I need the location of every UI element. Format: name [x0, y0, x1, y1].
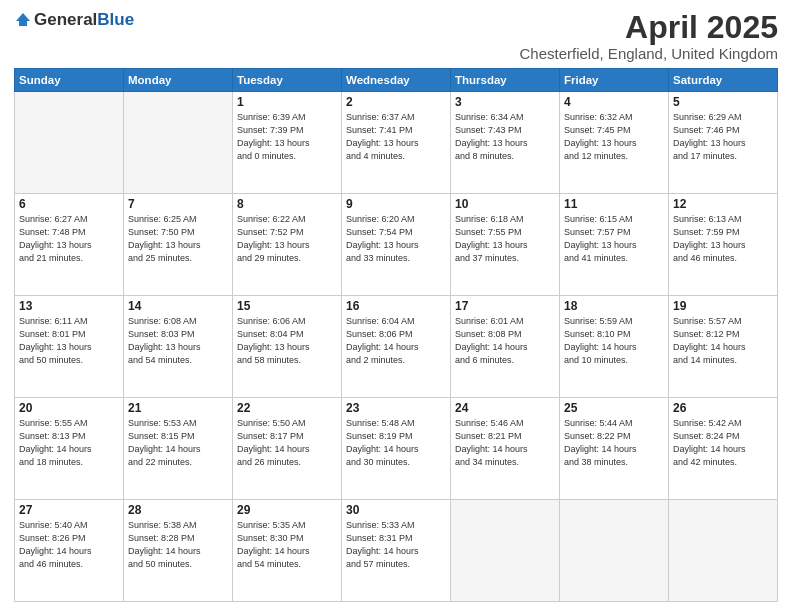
day-number: 21 [128, 401, 228, 415]
calendar-cell: 30Sunrise: 5:33 AM Sunset: 8:31 PM Dayli… [342, 500, 451, 602]
day-number: 22 [237, 401, 337, 415]
calendar-week-3: 13Sunrise: 6:11 AM Sunset: 8:01 PM Dayli… [15, 296, 778, 398]
calendar-cell: 7Sunrise: 6:25 AM Sunset: 7:50 PM Daylig… [124, 194, 233, 296]
calendar-cell: 26Sunrise: 5:42 AM Sunset: 8:24 PM Dayli… [669, 398, 778, 500]
calendar-cell: 10Sunrise: 6:18 AM Sunset: 7:55 PM Dayli… [451, 194, 560, 296]
day-number: 6 [19, 197, 119, 211]
day-info: Sunrise: 5:59 AM Sunset: 8:10 PM Dayligh… [564, 315, 664, 367]
logo: GeneralBlue [14, 10, 134, 30]
calendar-cell: 25Sunrise: 5:44 AM Sunset: 8:22 PM Dayli… [560, 398, 669, 500]
day-info: Sunrise: 5:44 AM Sunset: 8:22 PM Dayligh… [564, 417, 664, 469]
day-info: Sunrise: 5:33 AM Sunset: 8:31 PM Dayligh… [346, 519, 446, 571]
day-number: 7 [128, 197, 228, 211]
calendar-cell: 9Sunrise: 6:20 AM Sunset: 7:54 PM Daylig… [342, 194, 451, 296]
calendar-week-4: 20Sunrise: 5:55 AM Sunset: 8:13 PM Dayli… [15, 398, 778, 500]
day-number: 26 [673, 401, 773, 415]
calendar-week-2: 6Sunrise: 6:27 AM Sunset: 7:48 PM Daylig… [15, 194, 778, 296]
title-location: Chesterfield, England, United Kingdom [520, 45, 779, 62]
calendar-cell: 12Sunrise: 6:13 AM Sunset: 7:59 PM Dayli… [669, 194, 778, 296]
calendar-cell: 28Sunrise: 5:38 AM Sunset: 8:28 PM Dayli… [124, 500, 233, 602]
day-info: Sunrise: 6:37 AM Sunset: 7:41 PM Dayligh… [346, 111, 446, 163]
day-number: 3 [455, 95, 555, 109]
day-number: 5 [673, 95, 773, 109]
day-info: Sunrise: 6:27 AM Sunset: 7:48 PM Dayligh… [19, 213, 119, 265]
day-number: 8 [237, 197, 337, 211]
calendar-cell: 19Sunrise: 5:57 AM Sunset: 8:12 PM Dayli… [669, 296, 778, 398]
calendar-header-row: Sunday Monday Tuesday Wednesday Thursday… [15, 69, 778, 92]
calendar-cell: 22Sunrise: 5:50 AM Sunset: 8:17 PM Dayli… [233, 398, 342, 500]
calendar-cell: 24Sunrise: 5:46 AM Sunset: 8:21 PM Dayli… [451, 398, 560, 500]
calendar-cell [124, 92, 233, 194]
day-info: Sunrise: 6:11 AM Sunset: 8:01 PM Dayligh… [19, 315, 119, 367]
calendar-cell: 15Sunrise: 6:06 AM Sunset: 8:04 PM Dayli… [233, 296, 342, 398]
day-number: 1 [237, 95, 337, 109]
day-number: 29 [237, 503, 337, 517]
calendar-cell: 27Sunrise: 5:40 AM Sunset: 8:26 PM Dayli… [15, 500, 124, 602]
day-number: 25 [564, 401, 664, 415]
day-number: 24 [455, 401, 555, 415]
calendar-cell: 20Sunrise: 5:55 AM Sunset: 8:13 PM Dayli… [15, 398, 124, 500]
logo-blue: Blue [97, 10, 134, 29]
svg-rect-1 [19, 21, 27, 26]
calendar-cell: 1Sunrise: 6:39 AM Sunset: 7:39 PM Daylig… [233, 92, 342, 194]
calendar-cell: 4Sunrise: 6:32 AM Sunset: 7:45 PM Daylig… [560, 92, 669, 194]
day-number: 12 [673, 197, 773, 211]
day-info: Sunrise: 5:53 AM Sunset: 8:15 PM Dayligh… [128, 417, 228, 469]
day-info: Sunrise: 5:48 AM Sunset: 8:19 PM Dayligh… [346, 417, 446, 469]
calendar-cell: 8Sunrise: 6:22 AM Sunset: 7:52 PM Daylig… [233, 194, 342, 296]
calendar-week-5: 27Sunrise: 5:40 AM Sunset: 8:26 PM Dayli… [15, 500, 778, 602]
calendar-cell: 18Sunrise: 5:59 AM Sunset: 8:10 PM Dayli… [560, 296, 669, 398]
day-info: Sunrise: 6:15 AM Sunset: 7:57 PM Dayligh… [564, 213, 664, 265]
header: GeneralBlue April 2025 Chesterfield, Eng… [14, 10, 778, 62]
calendar-cell: 16Sunrise: 6:04 AM Sunset: 8:06 PM Dayli… [342, 296, 451, 398]
calendar-cell: 21Sunrise: 5:53 AM Sunset: 8:15 PM Dayli… [124, 398, 233, 500]
calendar-week-1: 1Sunrise: 6:39 AM Sunset: 7:39 PM Daylig… [15, 92, 778, 194]
col-saturday: Saturday [669, 69, 778, 92]
day-info: Sunrise: 5:38 AM Sunset: 8:28 PM Dayligh… [128, 519, 228, 571]
day-info: Sunrise: 6:06 AM Sunset: 8:04 PM Dayligh… [237, 315, 337, 367]
day-number: 15 [237, 299, 337, 313]
day-number: 20 [19, 401, 119, 415]
svg-marker-0 [16, 13, 30, 21]
day-number: 9 [346, 197, 446, 211]
day-info: Sunrise: 6:04 AM Sunset: 8:06 PM Dayligh… [346, 315, 446, 367]
calendar-cell: 11Sunrise: 6:15 AM Sunset: 7:57 PM Dayli… [560, 194, 669, 296]
day-info: Sunrise: 5:46 AM Sunset: 8:21 PM Dayligh… [455, 417, 555, 469]
day-number: 14 [128, 299, 228, 313]
col-monday: Monday [124, 69, 233, 92]
day-info: Sunrise: 6:18 AM Sunset: 7:55 PM Dayligh… [455, 213, 555, 265]
day-number: 30 [346, 503, 446, 517]
day-number: 27 [19, 503, 119, 517]
day-number: 28 [128, 503, 228, 517]
day-info: Sunrise: 5:42 AM Sunset: 8:24 PM Dayligh… [673, 417, 773, 469]
calendar-cell [669, 500, 778, 602]
day-info: Sunrise: 6:29 AM Sunset: 7:46 PM Dayligh… [673, 111, 773, 163]
day-info: Sunrise: 6:01 AM Sunset: 8:08 PM Dayligh… [455, 315, 555, 367]
day-number: 4 [564, 95, 664, 109]
day-number: 13 [19, 299, 119, 313]
day-number: 16 [346, 299, 446, 313]
calendar-cell: 6Sunrise: 6:27 AM Sunset: 7:48 PM Daylig… [15, 194, 124, 296]
calendar-cell: 23Sunrise: 5:48 AM Sunset: 8:19 PM Dayli… [342, 398, 451, 500]
calendar-cell: 17Sunrise: 6:01 AM Sunset: 8:08 PM Dayli… [451, 296, 560, 398]
calendar-cell [451, 500, 560, 602]
calendar-cell [560, 500, 669, 602]
day-number: 23 [346, 401, 446, 415]
day-info: Sunrise: 6:08 AM Sunset: 8:03 PM Dayligh… [128, 315, 228, 367]
calendar-cell: 2Sunrise: 6:37 AM Sunset: 7:41 PM Daylig… [342, 92, 451, 194]
col-sunday: Sunday [15, 69, 124, 92]
title-block: April 2025 Chesterfield, England, United… [520, 10, 779, 62]
col-tuesday: Tuesday [233, 69, 342, 92]
calendar-cell: 13Sunrise: 6:11 AM Sunset: 8:01 PM Dayli… [15, 296, 124, 398]
logo-icon [14, 11, 32, 29]
day-info: Sunrise: 6:22 AM Sunset: 7:52 PM Dayligh… [237, 213, 337, 265]
logo-general: General [34, 10, 97, 29]
title-month: April 2025 [520, 10, 779, 45]
calendar-cell: 3Sunrise: 6:34 AM Sunset: 7:43 PM Daylig… [451, 92, 560, 194]
day-info: Sunrise: 6:39 AM Sunset: 7:39 PM Dayligh… [237, 111, 337, 163]
calendar-table: Sunday Monday Tuesday Wednesday Thursday… [14, 68, 778, 602]
page: GeneralBlue April 2025 Chesterfield, Eng… [0, 0, 792, 612]
day-info: Sunrise: 6:13 AM Sunset: 7:59 PM Dayligh… [673, 213, 773, 265]
day-number: 10 [455, 197, 555, 211]
day-info: Sunrise: 5:35 AM Sunset: 8:30 PM Dayligh… [237, 519, 337, 571]
